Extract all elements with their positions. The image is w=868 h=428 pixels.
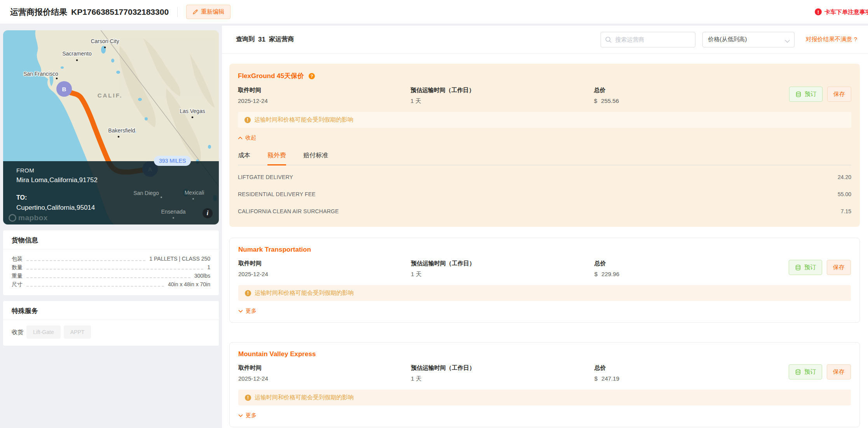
notice-text: 卡车下单注意事项	[824, 8, 868, 16]
page-title: 运营商报价结果 KP1766385177032183300	[10, 7, 169, 17]
label-carson-city: Carson City	[91, 38, 119, 44]
caret-up-icon	[238, 136, 243, 140]
coins-icon	[795, 91, 802, 97]
total-price-field: 总价 $229.96	[594, 260, 789, 278]
cargo-info-title: 货物信息	[3, 230, 219, 249]
fee-row: CALIFORNIA CLEAN AIR SURCHARGE 7.15	[238, 203, 851, 220]
coins-icon	[795, 369, 801, 375]
warning-icon: !	[245, 290, 251, 296]
from-address: Mira Loma,California,91752	[16, 176, 98, 184]
coins-icon	[795, 264, 801, 271]
mapbox-icon	[9, 214, 16, 222]
holiday-warning: ! 运输时间和价格可能会受到假期的影响	[238, 112, 851, 128]
order-id: KP1766385177032183300	[71, 7, 169, 17]
map-info-icon[interactable]: i	[203, 208, 213, 218]
reedit-button[interactable]: 重新编辑	[186, 5, 231, 19]
detail-tabs: 成本 额外费 赔付标准	[238, 151, 851, 165]
distance-badge: 393 MILES	[154, 156, 191, 166]
price-value: 247.19	[601, 375, 619, 382]
tab-compensation[interactable]: 赔付标准	[303, 151, 328, 165]
carrier-card-flexground: FlexGround 45天保价 ? 取件时间 2025-12-24 预估运输时…	[229, 64, 860, 227]
mapbox-logo: mapbox	[9, 214, 48, 222]
save-button[interactable]: 保存	[827, 87, 851, 102]
main-layout: A B Carson City Sacramento San Francisco…	[0, 24, 868, 428]
carrier-card-mountain-valley: Mountain Valley Express 取件时间 2025-12-24 …	[229, 342, 860, 427]
to-label: TO:	[16, 194, 98, 201]
carrier-card-numark: Numark Transportation 取件时间 2025-12-24 预估…	[229, 238, 860, 323]
search-input[interactable]	[601, 32, 695, 47]
holiday-warning: ! 运输时间和价格可能会受到假期的影响	[238, 390, 851, 405]
pickup-time-field: 取件时间 2025-12-24	[238, 364, 411, 383]
delivery-services-row: 收货 Lift-Gate APPT	[3, 320, 219, 346]
carrier-search	[601, 32, 695, 47]
tab-extra-fees[interactable]: 额外费	[267, 151, 286, 165]
currency-symbol: $	[594, 375, 597, 382]
transit-time-field: 预估运输时间（工作日） 1 天	[411, 364, 594, 383]
label-san-diego: San Diego	[133, 190, 159, 196]
save-button[interactable]: 保存	[827, 260, 851, 275]
currency-symbol: $	[594, 271, 597, 277]
label-bakersfield: Bakersfield	[108, 127, 135, 134]
price-value: 229.96	[601, 271, 619, 277]
page-title-text: 运营商报价结果	[10, 7, 67, 17]
carrier-name: FlexGround 45天保价	[238, 71, 304, 80]
marker-b: B	[56, 81, 72, 97]
results-bar-controls: 价格(从低到高) 对报价结果不满意 ?	[601, 32, 857, 47]
cargo-row-dimensions: 尺寸40in x 48in x 70in	[12, 280, 210, 289]
currency-symbol: $	[594, 97, 597, 104]
tab-cost[interactable]: 成本	[238, 151, 250, 165]
cargo-row-packaging: 包装1 PALLETS | CLASS 250	[12, 254, 210, 263]
label-calif: CALIF.	[98, 92, 123, 99]
cargo-row-weight: 重量300lbs	[12, 271, 210, 280]
route-map[interactable]: A B Carson City Sacramento San Francisco…	[3, 30, 219, 224]
total-price-field: 总价 $255.56	[594, 87, 789, 105]
alert-icon: !	[815, 9, 822, 16]
fee-row: RESIDENTIAL DELIVERY FEE 55.00	[238, 186, 851, 203]
pickup-time-field: 取件时间 2025-12-24	[238, 260, 411, 278]
route-endpoints: FROM Mira Loma,California,91752 TO: Cupe…	[16, 167, 98, 212]
quote-feedback-link[interactable]: 对报价结果不满意 ?	[805, 36, 857, 43]
transit-time-field: 预估运输时间（工作日） 1 天	[410, 87, 594, 105]
cargo-rows: 包装1 PALLETS | CLASS 250 数量1 重量300lbs 尺寸4…	[3, 249, 219, 295]
special-services-card: 特殊服务 收货 Lift-Gate APPT	[3, 301, 219, 346]
chevron-down-icon	[785, 38, 790, 44]
pickup-time-field: 取件时间 2025-12-24	[238, 87, 410, 105]
book-button[interactable]: 预订	[789, 260, 822, 275]
header-divider	[177, 7, 178, 17]
dashed-leader	[26, 286, 164, 287]
more-toggle[interactable]: 更多	[238, 412, 257, 419]
total-price-field: 总价 $247.19	[594, 364, 789, 383]
quotes-panel: 查询到 31 家运营商 价格(从低到高) 对报价结果不满意 ?	[222, 26, 868, 428]
dashed-leader	[26, 260, 145, 261]
delivery-label: 收货	[12, 329, 23, 336]
truck-order-notice[interactable]: ! 卡车下单注意事项	[815, 8, 868, 16]
left-column: A B Carson City Sacramento San Francisco…	[3, 30, 219, 346]
carrier-name-row: FlexGround 45天保价 ?	[238, 71, 851, 80]
dashed-leader	[26, 277, 190, 278]
sort-select[interactable]: 价格(从低到高)	[702, 32, 795, 47]
special-services-title: 特殊服务	[3, 301, 219, 320]
book-button[interactable]: 预订	[789, 87, 823, 102]
transit-time-field: 预估运输时间（工作日） 1 天	[411, 260, 594, 278]
cargo-row-quantity: 数量1	[12, 263, 210, 271]
appt-tag: APPT	[64, 325, 91, 339]
warning-icon: !	[245, 395, 251, 401]
save-button[interactable]: 保存	[827, 364, 851, 379]
caret-down-icon	[238, 310, 243, 313]
carrier-count: 31	[258, 36, 265, 43]
fee-row: LIFTGATE DELIVERY 24.20	[238, 169, 851, 186]
sort-value: 价格(从低到高)	[708, 36, 747, 43]
price-value: 255.56	[601, 97, 619, 104]
help-icon[interactable]: ?	[309, 73, 315, 79]
collapse-toggle[interactable]: 收起	[238, 134, 256, 141]
svg-text:B: B	[62, 86, 66, 92]
quote-summary: 取件时间 2025-12-24 预估运输时间（工作日） 1 天 总价 $255.…	[238, 87, 851, 105]
results-count: 查询到 31 家运营商	[236, 35, 294, 43]
quote-fields: 取件时间 2025-12-24 预估运输时间（工作日） 1 天 总价 $255.…	[238, 87, 789, 105]
label-san-francisco: San Francisco	[23, 71, 58, 77]
label-las-vegas: Las Vegas	[180, 108, 205, 114]
pencil-icon	[192, 9, 198, 15]
card-actions: 预订 保存	[789, 87, 851, 102]
more-toggle[interactable]: 更多	[238, 308, 257, 315]
book-button[interactable]: 预订	[789, 364, 822, 379]
